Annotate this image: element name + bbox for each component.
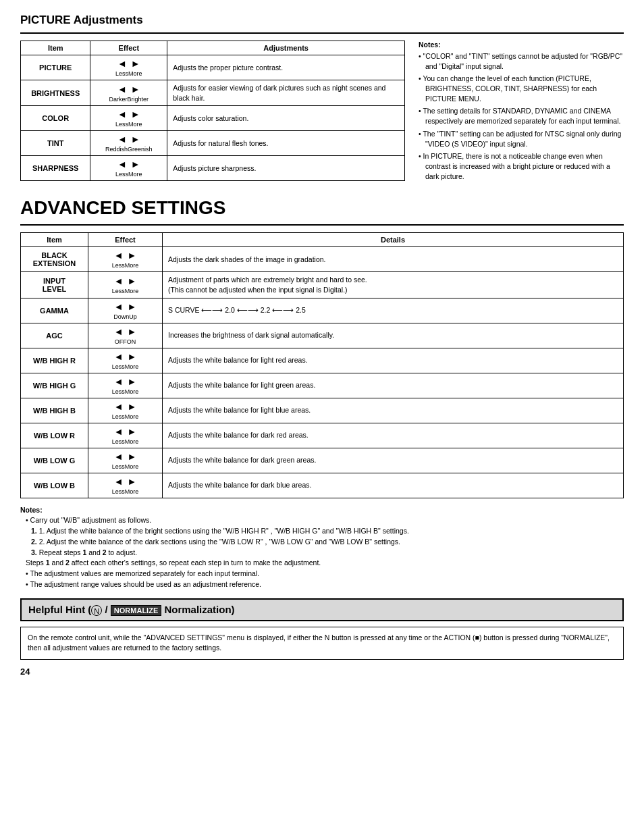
picture-effect-3: ◄ ► Reddish Greenish — [90, 131, 167, 156]
col-adjustments: Adjustments — [167, 41, 405, 55]
adv-details-3: Increases the brightness of dark signal … — [163, 323, 624, 348]
advanced-row-9: W/B LOW B ◄ ► Less More Adjusts the whit… — [21, 473, 624, 498]
adv-effect-2: ◄ ► Down Up — [88, 298, 163, 323]
adv-effect-1: ◄ ► Less More — [88, 272, 163, 298]
helpful-hint-title: Helpful Hint (N / NORMALIZE Normalizatio… — [28, 604, 616, 616]
adv-label-left-4: Less — [112, 363, 125, 370]
arrow-right-2: ► — [131, 109, 140, 120]
adv-effect-6: ◄ ► Less More — [88, 398, 163, 423]
adv-effect-4: ◄ ► Less More — [88, 348, 163, 373]
adv-arrow-left-3: ◄ — [114, 326, 124, 337]
picture-notes-list: "COLOR" and "TINT" settings cannot be ad… — [419, 51, 624, 181]
picture-row-2: COLOR ◄ ► Less More Adjusts color satura… — [21, 106, 405, 131]
adv-label-right-0: More — [125, 262, 139, 269]
picture-item-1: BRIGHTNESS — [21, 80, 90, 106]
adv-item-7: W/B LOW R — [21, 423, 88, 448]
adv-label-left-3: OFF — [115, 338, 127, 345]
adv-label-right-5: More — [125, 388, 139, 395]
adv-label-left-7: Less — [112, 438, 125, 445]
adv-arrow-left-7: ◄ — [114, 426, 124, 437]
picture-note-2: The setting details for STANDARD, DYNAMI… — [419, 106, 624, 126]
advanced-section: ADVANCED SETTINGS Item Effect Details BL… — [20, 197, 624, 660]
advanced-row-1: INPUT LEVEL ◄ ► Less More Adjustment of … — [21, 272, 624, 298]
label-left-0: Less — [115, 70, 128, 77]
adv-effect-7: ◄ ► Less More — [88, 423, 163, 448]
adv-bullet2: • The adjustment values are memorized se… — [20, 569, 259, 577]
picture-adjust-2: Adjusts color saturation. — [167, 106, 405, 131]
picture-table-wrap: Item Effect Adjustments PICTURE ◄ ► Less… — [20, 41, 405, 184]
picture-row-4: SHARPNESS ◄ ► Less More Adjusts picture … — [21, 156, 405, 181]
advanced-table: Item Effect Details BLACK EXTENSION ◄ ► … — [20, 232, 624, 498]
adv-notes-title: Notes: — [20, 506, 43, 514]
adv-label-left-8: Less — [112, 463, 125, 470]
picture-note-4: In PICTURE, there is not a noticeable ch… — [419, 151, 624, 181]
adv-arrow-right-4: ► — [128, 351, 137, 362]
label-right-1: Brighter — [128, 96, 149, 103]
adv-label-left-5: Less — [112, 388, 125, 395]
adv-arrow-left-6: ◄ — [114, 401, 124, 412]
advanced-row-8: W/B LOW G ◄ ► Less More Adjusts the whit… — [21, 448, 624, 473]
picture-item-2: COLOR — [21, 106, 90, 131]
adv-details-5: Adjusts the white balance for light gree… — [163, 373, 624, 398]
normalize-label: NORMALIZE — [111, 605, 161, 616]
label-left-3: Reddish — [105, 146, 128, 153]
label-right-2: More — [128, 121, 142, 128]
adv-arrow-left-8: ◄ — [114, 451, 124, 462]
adv-arrow-left-2: ◄ — [114, 301, 124, 312]
adv-label-left-1: Less — [112, 288, 125, 294]
advanced-row-3: AGC ◄ ► OFF ON Increases the brightness … — [21, 323, 624, 348]
adv-arrow-right-3: ► — [128, 326, 137, 337]
picture-row-0: PICTURE ◄ ► Less More Adjusts the proper… — [21, 55, 405, 80]
adv-arrow-left-1: ◄ — [114, 276, 124, 286]
arrow-right-0: ► — [131, 58, 140, 69]
adv-label-left-9: Less — [112, 488, 125, 495]
adv-arrow-right-6: ► — [128, 401, 137, 412]
advanced-divider — [20, 224, 624, 226]
adv-item-8: W/B LOW G — [21, 448, 88, 473]
adv-details-9: Adjusts the white balance for dark blue … — [163, 473, 624, 498]
adv-label-right-8: More — [125, 463, 139, 470]
adv-label-right-6: More — [125, 413, 139, 420]
arrow-left-3: ◄ — [117, 134, 127, 145]
adv-label-left-6: Less — [112, 413, 125, 420]
adv-col-details: Details — [163, 233, 624, 247]
adv-details-0: Adjusts the dark shades of the image in … — [163, 247, 624, 272]
picture-row-3: TINT ◄ ► Reddish Greenish Adjusts for na… — [21, 131, 405, 156]
label-left-1: Darker — [109, 96, 128, 103]
picture-notes: Notes: "COLOR" and "TINT" settings canno… — [419, 41, 624, 184]
label-right-4: More — [128, 171, 142, 178]
adv-label-right-1: More — [125, 288, 139, 294]
picture-row-1: BRIGHTNESS ◄ ► Darker Brighter Adjusts f… — [21, 80, 405, 106]
adv-label-right-3: ON — [127, 338, 136, 345]
adv-item-6: W/B HIGH B — [21, 398, 88, 423]
adv-label-left-0: Less — [112, 262, 125, 269]
advanced-row-0: BLACK EXTENSION ◄ ► Less More Adjusts th… — [21, 247, 624, 272]
adv-step3: 3. Repeat steps 1 and 2 to adjust. — [20, 548, 137, 556]
adv-effect-0: ◄ ► Less More — [88, 247, 163, 272]
adv-details-1: Adjustment of parts which are extremely … — [163, 272, 624, 298]
adv-arrow-right-2: ► — [128, 301, 137, 312]
adv-effect-9: ◄ ► Less More — [88, 473, 163, 498]
adv-item-9: W/B LOW B — [21, 473, 88, 498]
page-number: 24 — [20, 667, 624, 677]
picture-adjust-3: Adjusts for natural flesh tones. — [167, 131, 405, 156]
adv-details-8: Adjusts the white balance for dark green… — [163, 448, 624, 473]
picture-adjust-1: Adjusts for easier viewing of dark pictu… — [167, 80, 405, 106]
adv-affect-note: Steps 1 and 2 affect each other's settin… — [20, 558, 321, 567]
advanced-row-2: GAMMA ◄ ► Down Up S CURVE ⟵⟶ 2.0 ⟵⟶ 2.2 … — [21, 298, 624, 323]
arrow-left-2: ◄ — [117, 109, 127, 120]
adv-bullet3: • The adjustment range values should be … — [20, 580, 261, 588]
adv-step2: 2. 2. Adjust the white balance of the da… — [20, 538, 400, 546]
adv-label-right-7: More — [125, 438, 139, 445]
picture-notes-title: Notes: — [419, 41, 624, 49]
picture-note-0: "COLOR" and "TINT" settings cannot be ad… — [419, 51, 624, 71]
adv-item-5: W/B HIGH G — [21, 373, 88, 398]
adv-details-2: S CURVE ⟵⟶ 2.0 ⟵⟶ 2.2 ⟵⟶ 2.5 — [163, 298, 624, 323]
arrow-left-4: ◄ — [117, 159, 127, 170]
adv-label-right-9: More — [125, 488, 139, 495]
adv-effect-5: ◄ ► Less More — [88, 373, 163, 398]
advanced-row-7: W/B LOW R ◄ ► Less More Adjusts the whit… — [21, 423, 624, 448]
advanced-row-4: W/B HIGH R ◄ ► Less More Adjusts the whi… — [21, 348, 624, 373]
arrow-right-3: ► — [131, 134, 140, 145]
picture-section: PICTURE Adjustments Item Effect Adjustme… — [20, 14, 624, 184]
